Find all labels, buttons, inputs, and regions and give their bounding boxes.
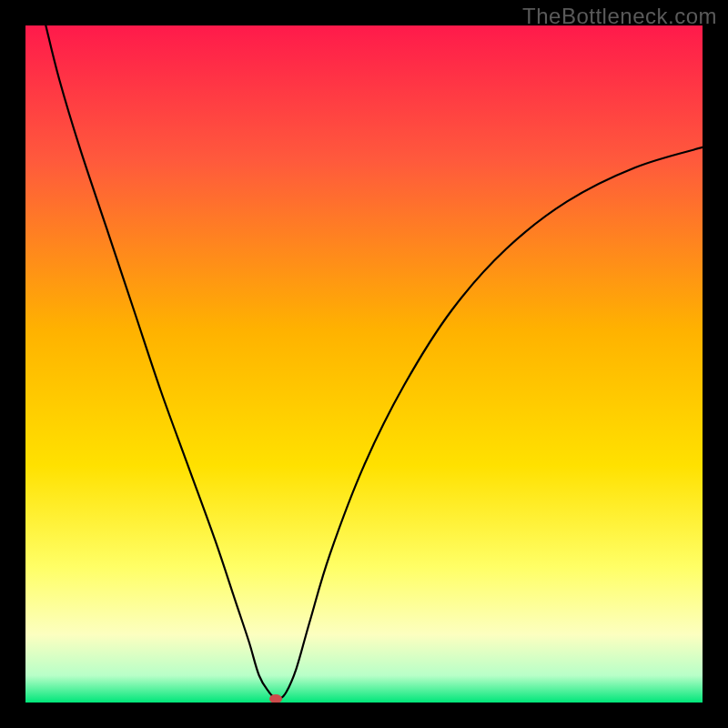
gradient-background — [25, 25, 703, 703]
chart-container: TheBottleneck.com — [0, 0, 728, 728]
watermark-text: TheBottleneck.com — [522, 4, 717, 29]
optimum-marker — [269, 694, 282, 703]
plot-area — [25, 25, 703, 703]
chart-svg — [25, 25, 703, 703]
